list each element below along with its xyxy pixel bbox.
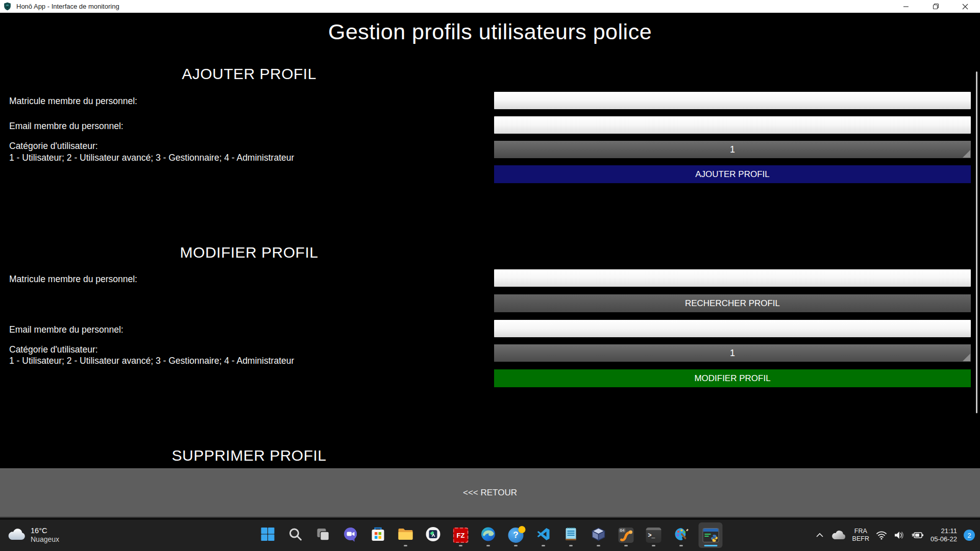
notification-count: 2 — [967, 532, 971, 539]
notification-dot — [519, 526, 526, 533]
filezilla-icon: FZ — [453, 528, 469, 543]
matricule-input-modifier[interactable] — [494, 269, 971, 287]
keyboard-layout-code: BEFR — [852, 535, 869, 542]
window-controls — [891, 0, 980, 13]
speaker-icon[interactable] — [894, 531, 904, 540]
label-email-ajouter: Email membre du personnel: — [9, 121, 124, 132]
code-line — [704, 536, 708, 537]
terminal-icon: >_ — [646, 528, 662, 543]
spinner-grip-icon — [963, 354, 970, 361]
taskbar-task-view-button[interactable] — [313, 522, 333, 548]
taskbar-store-button[interactable] — [368, 522, 388, 548]
ajouter-profil-button[interactable]: AJOUTER PROFIL — [494, 165, 971, 183]
help-icon: ? — [508, 528, 524, 543]
categorie-value-ajouter: 1 — [730, 144, 735, 155]
python-app-window-icon — [702, 528, 719, 542]
categorie-value-modifier: 1 — [730, 348, 735, 359]
taskbar-vscode-button[interactable] — [533, 522, 554, 548]
close-button[interactable] — [950, 0, 980, 13]
running-indicator — [569, 545, 573, 546]
active-indicator — [704, 545, 717, 546]
taskbar: 16°C Nuageux — [0, 519, 980, 551]
weather-widget[interactable]: 16°C Nuageux — [7, 519, 59, 551]
label-categorie-modifier: Catégorie d'utilisateur: — [9, 344, 98, 355]
taskbar-chat-button[interactable] — [340, 522, 361, 548]
screen: Honō App - Interface de monitoring Gesti… — [0, 0, 980, 551]
taskbar-terminal-button[interactable]: >_ — [644, 522, 664, 548]
scrollbar[interactable] — [976, 71, 977, 413]
modifier-profil-button-label: MODIFIER PROFIL — [694, 373, 770, 384]
search-icon — [288, 527, 303, 543]
system-tray: FRA BEFR — [816, 519, 975, 551]
running-indicator — [514, 545, 518, 546]
section-heading-modifier: MODIFIER PROFIL — [0, 244, 498, 261]
notepad-icon — [565, 527, 578, 544]
email-input-modifier[interactable] — [494, 320, 971, 337]
running-indicator — [679, 545, 683, 546]
chat-icon — [343, 527, 358, 544]
retour-button[interactable]: <<< RETOUR — [0, 468, 980, 518]
label-categorie-detail-ajouter: 1 - Utilisateur; 2 - Utilisateur avancé;… — [9, 153, 294, 163]
tool-64-badge: 64 — [619, 528, 626, 533]
paint-palette-icon — [674, 527, 689, 544]
rechercher-profil-button-label: RECHERCHER PROFIL — [685, 298, 780, 309]
label-email-modifier: Email membre du personnel: — [9, 324, 124, 335]
terminal-prompt-glyph: >_ — [648, 532, 655, 539]
section-heading-supprimer: SUPPRIMER PROFIL — [0, 447, 498, 464]
categorie-spinner-ajouter[interactable]: 1 — [494, 141, 971, 158]
categorie-spinner-modifier[interactable]: 1 — [494, 344, 971, 362]
window-titlebar-strip — [703, 529, 718, 532]
clock-date: 05-06-22 — [930, 535, 957, 543]
clock-widget[interactable]: 21:11 05-06-22 — [930, 527, 957, 543]
tray-chevron-up-icon[interactable] — [816, 533, 824, 538]
taskbar-help-app-button[interactable]: ? — [506, 522, 526, 548]
weather-temperature: 16°C — [31, 527, 59, 535]
taskbar-search-button[interactable] — [285, 522, 306, 548]
label-matricule-modifier: Matricule membre du personnel: — [9, 274, 137, 285]
virtualbox-icon — [591, 527, 606, 544]
taskbar-filezilla-button[interactable]: FZ — [451, 522, 471, 548]
wifi-icon[interactable] — [876, 531, 887, 540]
minimize-button[interactable] — [891, 0, 921, 13]
rechercher-profil-button[interactable]: RECHERCHER PROFIL — [494, 294, 971, 312]
email-input-ajouter[interactable] — [494, 116, 971, 134]
running-indicator — [404, 545, 407, 546]
taskbar-android-studio-button[interactable] — [423, 522, 444, 548]
taskbar-paint-button[interactable] — [671, 522, 692, 548]
label-categorie-ajouter: Catégorie d'utilisateur: — [9, 141, 98, 152]
running-indicator — [459, 545, 462, 546]
android-studio-icon — [426, 527, 441, 544]
running-indicator — [542, 545, 545, 546]
taskbar-notepad-button[interactable] — [561, 522, 581, 548]
label-matricule-ajouter: Matricule membre du personnel: — [9, 96, 137, 107]
language-indicator[interactable]: FRA BEFR — [852, 528, 869, 543]
window-title: Honō App - Interface de monitoring — [16, 3, 119, 10]
taskbar-file-explorer-button[interactable] — [396, 522, 416, 548]
taskbar-tool64-button[interactable]: 64 — [616, 522, 636, 548]
taskbar-edge-button[interactable] — [478, 522, 499, 548]
label-categorie-detail-modifier: 1 - Utilisateur; 2 - Utilisateur avancé;… — [9, 356, 294, 366]
taskbar-virtualbox-button[interactable] — [589, 522, 609, 548]
cloud-weather-icon — [7, 528, 26, 543]
battery-charging-icon[interactable] — [911, 531, 924, 539]
retour-button-label: <<< RETOUR — [463, 488, 517, 498]
notification-count-badge[interactable]: 2 — [964, 530, 975, 541]
restore-button[interactable] — [921, 0, 950, 13]
weather-condition: Nuageux — [31, 535, 59, 544]
filezilla-letters: FZ — [457, 532, 465, 539]
running-indicator — [486, 545, 490, 546]
taskbar-start-button[interactable] — [258, 522, 278, 548]
section-heading-ajouter: AJOUTER PROFIL — [0, 65, 498, 83]
matricule-input-ajouter[interactable] — [494, 92, 971, 109]
clock-time: 21:11 — [941, 527, 957, 535]
running-indicator — [652, 545, 655, 546]
taskbar-python-app-button-active[interactable] — [699, 522, 723, 548]
taskbar-icons: FZ — [254, 519, 726, 551]
microsoft-store-icon — [371, 527, 386, 544]
windows-start-icon — [261, 527, 275, 543]
running-indicator — [597, 545, 600, 546]
onedrive-cloud-icon[interactable] — [830, 530, 846, 540]
tool-64-icon: 64 — [619, 528, 634, 543]
app-shield-icon — [3, 2, 12, 11]
modifier-profil-button[interactable]: MODIFIER PROFIL — [494, 369, 971, 387]
